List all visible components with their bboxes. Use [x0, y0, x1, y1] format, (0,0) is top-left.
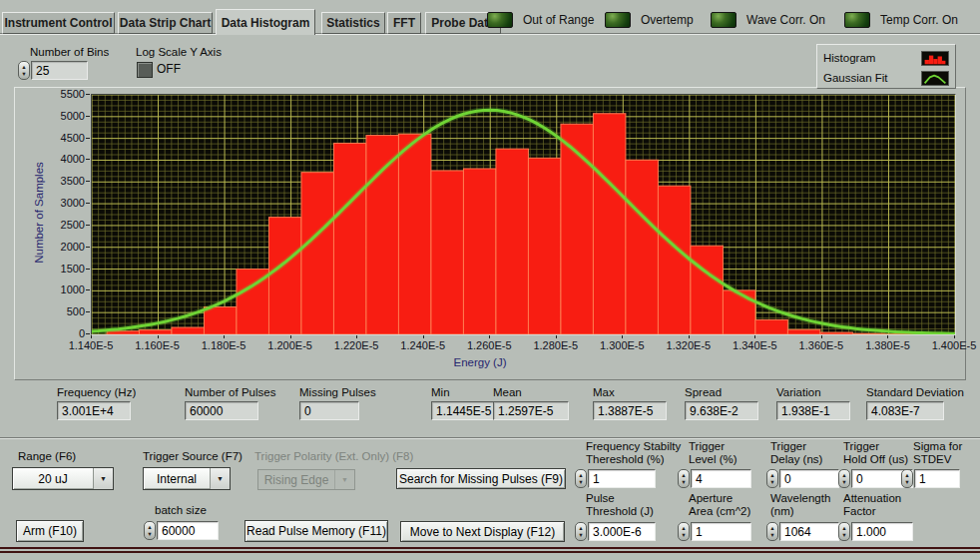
histogram-bar: [431, 171, 463, 334]
field-attenuation-factor[interactable]: 1.000: [851, 522, 913, 541]
trigger-polarity-label: Trigger Polarity (Ext. Only) (F8): [254, 450, 413, 462]
x-tick-mark: [954, 335, 955, 338]
arm-button[interactable]: Arm (F10): [16, 520, 84, 542]
search-missing-pulses-button[interactable]: Search for Missing Pulses (F9): [396, 468, 566, 489]
spinner-up-icon[interactable]: ▲: [841, 473, 846, 477]
spinner-trigger-level[interactable]: ▲▼: [678, 469, 690, 488]
tab-statistics[interactable]: Statistics: [321, 12, 385, 34]
batch-size-spinner[interactable]: ▲▼: [144, 521, 156, 540]
y-tick-mark: [86, 159, 90, 160]
spinner-up-icon[interactable]: ▲: [769, 526, 774, 530]
y-tick-label: 4500: [45, 132, 85, 144]
y-tick-mark: [86, 333, 90, 334]
log-scale-label: Log Scale Y Axis: [136, 46, 222, 58]
spinner-up-icon[interactable]: ▲: [578, 526, 583, 530]
plot-legend: HistogramGaussian Fit: [816, 44, 956, 89]
chevron-down-icon[interactable]: ▼: [93, 468, 113, 489]
chevron-down-icon[interactable]: ▼: [210, 468, 230, 489]
stat-value-spread: 9.638E-2: [685, 401, 758, 420]
field-frequency-stabilty-thereshold[interactable]: 1: [588, 469, 656, 488]
spinner-up-icon[interactable]: ▲: [578, 473, 583, 477]
field-aperture-area-cm-2[interactable]: 1: [691, 522, 751, 541]
indicator-label-overtemp: Overtemp: [641, 13, 694, 27]
read-pulse-memory-button[interactable]: Read Pulse Memory (F11): [245, 520, 388, 542]
y-tick-mark: [86, 289, 90, 290]
tab-fft[interactable]: FFT: [387, 12, 421, 34]
spinner-down-icon[interactable]: ▼: [904, 480, 909, 484]
spinner-trigger-delay-ns[interactable]: ▲▼: [766, 469, 778, 488]
led-temp-corr-on: [844, 12, 870, 28]
field-sigma-for-stdev[interactable]: 1: [914, 469, 960, 488]
spinner-down-icon[interactable]: ▼: [681, 533, 686, 537]
spinner-up-icon[interactable]: ▲: [147, 525, 152, 529]
range-value: 20 uJ: [13, 472, 93, 486]
spinner-down-icon[interactable]: ▼: [147, 532, 152, 536]
spinner-up-icon[interactable]: ▲: [21, 65, 26, 69]
spinner-down-icon[interactable]: ▼: [841, 480, 846, 484]
y-tick-label: 1500: [45, 263, 85, 275]
y-tick-label: 2000: [45, 241, 85, 253]
stat-label-number-of-pulses: Number of Pulses: [185, 386, 275, 398]
front-panel: { "tabs": [ {"label": "Instrument Contro…: [0, 0, 980, 560]
spinner-up-icon[interactable]: ▲: [681, 526, 686, 530]
x-tick-label: 1.320E-5: [660, 339, 718, 351]
histogram-bar: [528, 158, 560, 334]
spinner-down-icon[interactable]: ▼: [841, 533, 846, 537]
stat-label-missing-pulses: Missing Pulses: [299, 386, 376, 398]
range-dropdown[interactable]: 20 uJ ▼: [12, 467, 114, 490]
batch-size-field[interactable]: 60000: [157, 521, 219, 540]
number-of-bins-spinner[interactable]: ▲▼: [18, 61, 30, 80]
label-wavelength-nm: (nm): [770, 505, 794, 517]
y-tick-mark: [86, 138, 90, 139]
tab-data-strip-chart[interactable]: Data Strip Chart: [118, 12, 213, 34]
tab-data-histogram[interactable]: Data Histogram: [216, 9, 315, 35]
number-of-bins-field[interactable]: 25: [31, 61, 88, 80]
label-frequency-stabilty-thereshold: Thereshold (%): [586, 453, 665, 465]
spinner-down-icon[interactable]: ▼: [769, 533, 774, 537]
histogram-bar: [658, 186, 690, 334]
spinner-up-icon[interactable]: ▲: [769, 473, 774, 477]
spinner-down-icon[interactable]: ▼: [681, 480, 686, 484]
x-tick-label: 1.140E-5: [62, 339, 120, 351]
spinner-pulse-threshold-j[interactable]: ▲▼: [575, 522, 587, 541]
panel-divider: [0, 437, 980, 439]
log-scale-toggle-button[interactable]: [137, 62, 153, 78]
label-pulse-threshold-j: Pulse: [586, 492, 615, 504]
y-tick-mark: [86, 225, 90, 226]
spinner-frequency-stabilty-thereshold[interactable]: ▲▼: [575, 469, 587, 488]
legend-item-histogram[interactable]: Histogram: [823, 49, 949, 67]
y-tick-label: 3500: [45, 175, 85, 187]
histogram-bar: [820, 332, 852, 334]
stat-label-standard-deviation: Standard Deviation: [866, 386, 964, 398]
trigger-source-dropdown[interactable]: Internal ▼: [143, 467, 231, 490]
field-wavelength-nm[interactable]: 1064: [779, 522, 839, 541]
histogram-bar: [496, 149, 528, 334]
spinner-up-icon[interactable]: ▲: [681, 473, 686, 477]
x-tick-mark: [821, 335, 822, 338]
legend-label: Gaussian Fit: [823, 72, 888, 84]
indicator-label-out-of-range: Out of Range: [523, 13, 594, 27]
spinner-sigma-for-stdev[interactable]: ▲▼: [901, 469, 913, 488]
spinner-wavelength-nm[interactable]: ▲▼: [766, 522, 778, 541]
x-tick-label: 1.400E-5: [925, 339, 980, 351]
x-tick-label: 1.160E-5: [129, 339, 187, 351]
stat-label-min: Min: [431, 386, 450, 398]
histogram-bar: [755, 319, 787, 334]
field-pulse-threshold-j[interactable]: 3.000E-6: [588, 522, 656, 541]
legend-item-gaussian-fit[interactable]: Gaussian Fit: [823, 69, 949, 87]
spinner-trigger-hold-off-us[interactable]: ▲▼: [838, 469, 850, 488]
field-trigger-level[interactable]: 4: [691, 469, 751, 488]
spinner-attenuation-factor[interactable]: ▲▼: [838, 522, 850, 541]
spinner-down-icon[interactable]: ▼: [578, 533, 583, 537]
y-tick-mark: [86, 203, 90, 204]
spinner-down-icon[interactable]: ▼: [578, 480, 583, 484]
spinner-up-icon[interactable]: ▲: [841, 526, 846, 530]
field-trigger-delay-ns[interactable]: 0: [779, 469, 839, 488]
spinner-aperture-area-cm-2[interactable]: ▲▼: [678, 522, 690, 541]
tab-instrument-control[interactable]: Instrument Control: [2, 12, 115, 34]
move-next-display-button[interactable]: Move to Next Display (F12): [400, 521, 565, 542]
spinner-up-icon[interactable]: ▲: [904, 473, 909, 477]
spinner-down-icon[interactable]: ▼: [769, 480, 774, 484]
spinner-down-icon[interactable]: ▼: [21, 72, 26, 76]
gaussian-curve-icon: [921, 71, 949, 86]
